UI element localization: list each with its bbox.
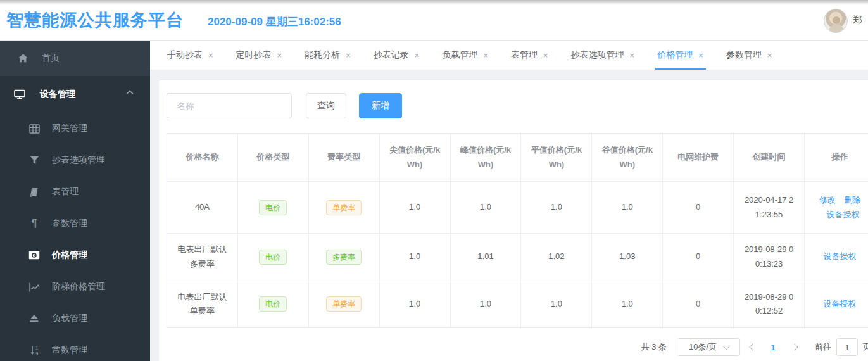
flat-price-cell: 1.02 — [521, 234, 592, 281]
sidebar-item-meter-reading-options[interactable]: 抄表选项管理 — [0, 144, 150, 176]
sidebar-item-parameter-management[interactable]: ¶ 参数管理 — [0, 208, 150, 239]
price-table: 价格名称 价格类型 费率类型 尖值价格(元/kWh) 峰值价格(元/kWh) 平… — [167, 133, 868, 328]
sharp-price-cell: 1.0 — [379, 182, 450, 234]
current-page[interactable]: 1 — [764, 338, 782, 356]
peak-price-cell: 1.0 — [450, 281, 521, 328]
sidebar-item-label: 价格管理 — [52, 250, 87, 261]
sidebar-item-label: 表管理 — [52, 186, 79, 198]
col-valley-price: 谷值价格(元/kWh) — [592, 134, 663, 182]
grid-fee-cell: 0 — [663, 182, 734, 234]
flat-price-cell: 1.0 — [521, 182, 592, 234]
rate-type-tag: 单费率 — [326, 200, 362, 215]
chevron-up-icon — [126, 90, 134, 95]
tab-close-icon[interactable]: × — [346, 51, 351, 60]
window-top-strip — [0, 0, 868, 5]
tab-close-icon[interactable]: × — [483, 51, 488, 60]
peak-price-cell: 1.01 — [450, 234, 521, 281]
price-type-tag: 电价 — [259, 296, 287, 312]
valley-price-cell: 1.0 — [592, 281, 663, 328]
flat-price-cell: 1.0 — [521, 281, 592, 328]
col-peak-price: 峰值价格(元/kWh) — [450, 134, 521, 182]
tab-parameter-management[interactable]: 参数管理× — [715, 41, 784, 70]
sidebar-item-tiered-price-management[interactable]: 阶梯价格管理 — [0, 271, 150, 303]
tab-close-icon[interactable]: × — [698, 51, 703, 60]
username[interactable]: 郑 — [853, 14, 862, 26]
sidebar-item-home[interactable]: 首页 — [0, 41, 150, 76]
sharp-price-cell: 1.0 — [379, 234, 450, 281]
sidebar-item-price-management[interactable]: 价格管理 — [0, 239, 150, 271]
price-name-cell: 40A — [167, 182, 238, 234]
tab-close-icon[interactable]: × — [630, 51, 635, 60]
tab-manual-reading[interactable]: 手动抄表× — [156, 41, 225, 70]
eject-icon — [28, 314, 41, 323]
goto-page-input[interactable] — [836, 338, 858, 356]
tab-close-icon[interactable]: × — [208, 51, 213, 60]
sort-numeric-icon: 19 — [28, 345, 41, 355]
person-photo-icon — [829, 15, 844, 32]
sidebar-item-label: 网关管理 — [52, 123, 87, 134]
tab-close-icon[interactable]: × — [767, 51, 772, 60]
sidebar-item-label: 负载管理 — [52, 313, 87, 324]
sidebar-item-label: 抄表选项管理 — [52, 155, 105, 166]
price-name-cell: 电表出厂默认单费率 — [167, 281, 238, 328]
sidebar-item-label: 参数管理 — [52, 218, 87, 229]
tab-close-icon[interactable]: × — [415, 51, 420, 60]
goto-label: 前往 — [815, 341, 831, 353]
svg-text:9: 9 — [35, 351, 39, 356]
home-icon — [18, 53, 28, 63]
user-avatar[interactable] — [824, 9, 848, 33]
tab-load-management[interactable]: 负载管理× — [431, 41, 500, 70]
toolbar: 查询 新增 — [167, 93, 868, 118]
tab-price-management[interactable]: 价格管理× — [646, 41, 715, 70]
prev-page-button[interactable] — [744, 338, 762, 356]
rate-type-tag: 单费率 — [326, 296, 362, 312]
query-button[interactable]: 查询 — [306, 93, 346, 118]
search-input[interactable] — [167, 93, 292, 118]
sidebar-group-device-management[interactable]: 设备管理 — [0, 76, 150, 113]
col-actions: 操作 — [805, 134, 868, 182]
device-authorize-link[interactable]: 设备授权 — [827, 210, 860, 219]
page-size-select[interactable]: 10条/页 — [677, 338, 740, 356]
grid-icon — [28, 124, 41, 134]
pagination: 共 3 条 10条/页 1 前往 页 — [167, 338, 868, 356]
tab-reading-records[interactable]: 抄表记录× — [362, 41, 431, 70]
money-icon — [28, 251, 41, 260]
tab-bar: 手动抄表× 定时抄表× 能耗分析× 抄表记录× 负载管理× 表管理× 抄表选项管… — [150, 41, 868, 70]
col-price-type: 价格类型 — [237, 134, 308, 182]
tab-scheduled-reading[interactable]: 定时抄表× — [225, 41, 294, 70]
monitor-icon — [14, 89, 25, 99]
next-page-button[interactable] — [786, 338, 803, 356]
add-button[interactable]: 新增 — [359, 93, 402, 118]
delete-link[interactable]: 删除 — [844, 195, 860, 205]
actions-cell: 修改 删除 设备授权 — [805, 182, 868, 234]
tab-meter-management[interactable]: 表管理× — [500, 41, 560, 70]
pagination-total: 共 3 条 — [641, 341, 667, 353]
table-row: 电表出厂默认多费率 电价 多费率 1.0 1.01 1.02 1.03 0 20… — [167, 234, 868, 281]
pilcrow-icon: ¶ — [28, 218, 41, 229]
col-sharp-price: 尖值价格(元/kWh) — [379, 134, 450, 182]
chevron-down-icon — [723, 343, 730, 350]
col-flat-price: 平值价格(元/kWh) — [521, 134, 592, 182]
price-management-panel: 查询 新增 价格名称 价格类型 费率类型 尖值价格(元/kWh) 峰值价格(元/… — [159, 80, 868, 361]
table-row: 电表出厂默认单费率 电价 单费率 1.0 1.0 1.0 1.0 0 2019-… — [167, 281, 868, 328]
sidebar-item-gateway-management[interactable]: 网关管理 — [0, 113, 150, 144]
device-authorize-link[interactable]: 设备授权 — [824, 251, 857, 261]
tab-close-icon[interactable]: × — [543, 51, 548, 60]
sidebar-item-constant-management[interactable]: 19 常数管理 — [0, 334, 150, 361]
price-name-cell: 电表出厂默认多费率 — [167, 234, 238, 281]
grid-fee-cell: 0 — [663, 234, 734, 281]
sharp-price-cell: 1.0 — [379, 281, 450, 328]
tab-meter-reading-options[interactable]: 抄表选项管理× — [560, 41, 646, 70]
tab-energy-analysis[interactable]: 能耗分析× — [293, 41, 362, 70]
price-type-tag: 电价 — [259, 250, 287, 265]
modify-link[interactable]: 修改 — [819, 195, 836, 205]
col-rate-type: 费率类型 — [308, 134, 379, 182]
created-time-cell: 2019-08-29 00:13:23 — [734, 234, 805, 281]
user-box: 郑 — [817, 0, 868, 41]
sidebar-item-label: 常数管理 — [52, 345, 87, 356]
device-authorize-link[interactable]: 设备授权 — [824, 299, 857, 308]
app-header: 智慧能源公共服务平台 2020-09-09 星期三16:02:56 郑 — [0, 0, 868, 41]
tab-close-icon[interactable]: × — [277, 51, 282, 60]
sidebar-item-meter-management[interactable]: 表管理 — [0, 176, 150, 208]
sidebar-item-load-management[interactable]: 负载管理 — [0, 303, 150, 334]
